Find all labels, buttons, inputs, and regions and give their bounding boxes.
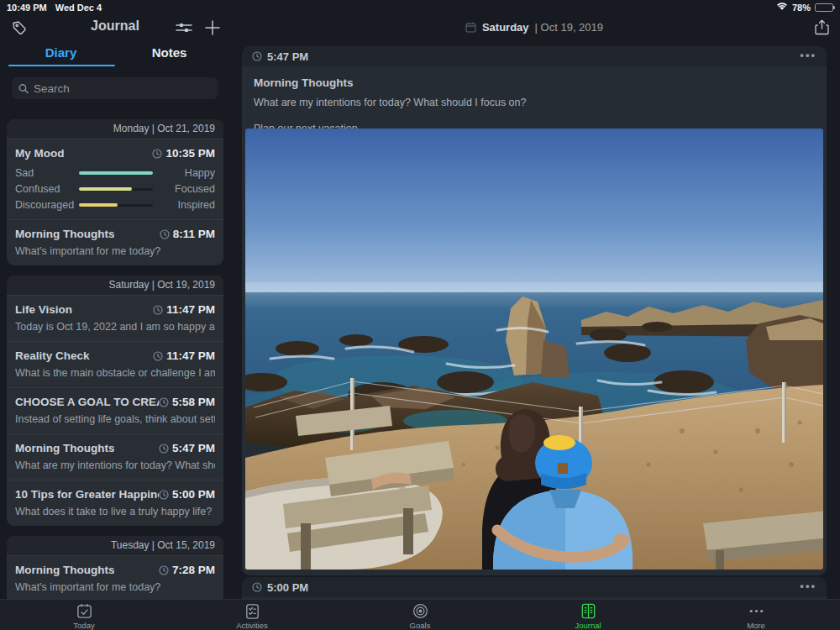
sidebar-title: Journal [0,18,230,34]
journal-entry-card-next[interactable]: 5:00 PM ••• [242,577,827,599]
battery-percent: 78% [792,3,811,13]
group-date-header: Monday | Oct 21, 2019 [7,119,223,139]
status-date: Wed Dec 4 [55,3,102,13]
tab-goals[interactable]: Goals [336,600,504,630]
clock-icon [159,490,169,500]
journal-entry-card: 5:47 PM ••• Morning Thoughts What are my… [242,46,827,575]
list-item-my-mood[interactable]: My Mood 10:35 PM Sad Happy Confused Focu… [7,139,223,219]
clock-icon [159,397,169,407]
share-icon[interactable] [811,17,832,37]
tab-today[interactable]: Today [0,600,168,630]
mood-slider[interactable] [79,188,153,191]
clock-icon [252,51,262,61]
clock-icon [252,582,262,592]
battery-icon [815,3,833,12]
journal-icon [580,602,597,620]
status-bar: 10:49 PM Wed Dec 4 78% [0,0,840,14]
search-icon [18,83,29,94]
clock-icon [153,305,163,315]
today-icon [76,602,93,620]
group-date-header: Saturday | Oct 19, 2019 [7,276,223,295]
group-date-header: Tuesday | Oct 15, 2019 [7,536,223,555]
mood-slider[interactable] [79,204,153,207]
goals-icon [412,602,429,620]
diary-entry-list: Monday | Oct 21, 2019 My Mood 10:35 PM S… [7,119,223,599]
entry-group: Monday | Oct 21, 2019 My Mood 10:35 PM S… [7,119,223,265]
clock-icon [153,351,163,361]
more-options-icon[interactable]: ••• [800,50,816,64]
entry-body: Morning Thoughts What are my intentions … [242,66,827,134]
filter-icon[interactable] [173,17,195,39]
tab-journal[interactable]: Journal [504,600,672,630]
mood-sliders: Sad Happy Confused Focused Discouraged I… [15,167,215,211]
list-item[interactable]: Reality Check 11:47 PM What is the main … [7,341,223,387]
clock-icon [159,565,169,575]
tab-notes[interactable]: Notes [115,44,223,64]
sidebar-tabs: Diary Notes [7,44,223,64]
entry-text-line1: What are my intentions for today? What s… [254,97,815,108]
list-item[interactable]: Life Vision 11:47 PM Today is Oct 19, 20… [7,295,223,341]
search-box[interactable] [12,77,218,99]
status-time: 10:49 PM [7,3,47,13]
bottom-tab-bar: Today Activities Goals Journal More [0,599,840,630]
tab-more[interactable]: More [672,600,840,630]
active-tab-underline [8,65,115,66]
mood-slider[interactable] [79,172,153,175]
search-input[interactable] [34,82,212,95]
clock-icon [160,229,170,239]
entry-card-header: 5:47 PM ••• [242,46,827,66]
sidebar-header: Journal [0,15,230,40]
tab-activities[interactable]: Activities [168,600,336,630]
more-options-icon[interactable]: ••• [800,580,816,595]
list-item[interactable]: CHOOSE A GOAL TO CREAT... 5:58 PM Instea… [7,387,223,433]
add-entry-icon[interactable] [202,17,223,39]
entry-title: Morning Thoughts [254,76,815,89]
main-date-header: Saturday | Oct 19, 2019 [242,18,827,35]
calendar-icon [465,22,476,33]
activities-icon [244,602,261,620]
entry-group: Saturday | Oct 19, 2019 Life Vision 11:4… [7,276,223,526]
list-item[interactable]: Morning Thoughts 8:11 PM What's importan… [7,219,223,265]
journal-photo [245,129,823,570]
entry-group: Tuesday | Oct 15, 2019 Morning Thoughts … [7,536,223,599]
clock-icon [159,444,169,454]
list-item[interactable]: 10 Tips for Greater Happines... 5:00 PM … [7,480,223,526]
list-item[interactable]: Morning Thoughts 7:28 PM What's importan… [7,555,223,599]
tab-diary[interactable]: Diary [7,44,115,64]
more-icon [748,602,765,620]
clock-icon [152,149,162,159]
list-item[interactable]: Morning Thoughts 5:47 PM What are my int… [7,433,223,480]
entry-card-header: 5:00 PM ••• [242,577,827,597]
wifi-icon [776,2,788,13]
